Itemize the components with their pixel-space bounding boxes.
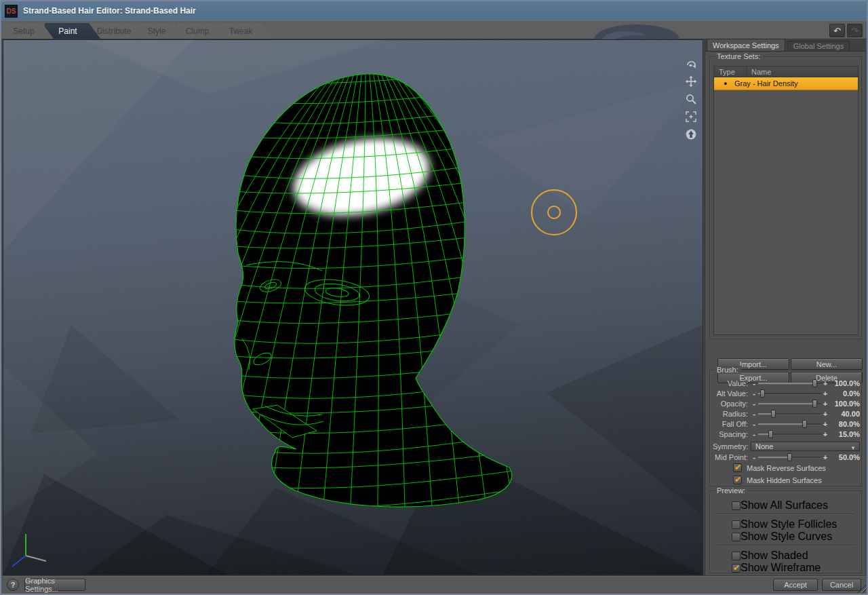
new-button[interactable]: New... <box>791 358 863 370</box>
slider-increment[interactable]: + <box>822 389 829 398</box>
slider-value: Value: - + 100.0% <box>713 379 860 388</box>
redo-icon[interactable]: ↷ <box>847 24 863 37</box>
slider-value-text: 0.0% <box>829 389 860 398</box>
mask-hidden-surfaces-row: ✔ Mask Hidden Surfaces <box>733 476 822 484</box>
slider-handle[interactable] <box>771 410 776 418</box>
mask-hidden-surfaces-checkbox[interactable]: ✔ <box>733 476 742 484</box>
reset-view-icon[interactable] <box>684 128 698 141</box>
tab-workspace-settings[interactable]: Workspace Settings <box>707 39 785 51</box>
undo-icon[interactable]: ↶ <box>829 24 845 37</box>
slider-handle[interactable] <box>812 379 817 387</box>
viewport-3d[interactable] <box>3 39 703 575</box>
tab-global-settings[interactable]: Global Settings <box>787 41 850 51</box>
show-wireframe-row: ✔ Show Wireframe <box>732 562 821 574</box>
graphics-settings-button[interactable]: Graphics Settings... <box>24 579 85 591</box>
slider-handle[interactable] <box>812 400 817 408</box>
slider-increment[interactable]: + <box>822 379 829 387</box>
slider-label: Mid Point: <box>713 453 751 461</box>
slider-label: Fall Off: <box>713 420 751 428</box>
slider-fall-off: Fall Off: - + 80.0% <box>713 419 860 429</box>
slider-increment[interactable]: + <box>822 400 829 408</box>
slider-track[interactable] <box>758 389 821 398</box>
mode-tab-bar: Setup Paint Distribute Style Clump Tweak… <box>1 20 867 39</box>
slider-decrement[interactable]: - <box>751 420 757 428</box>
brush-group: Brush: Value: - + 100.0% Alt Value: - + … <box>709 370 862 486</box>
viewport-canvas[interactable] <box>3 40 703 575</box>
slider-increment[interactable]: + <box>822 420 829 428</box>
tab-tweak[interactable]: Tweak <box>218 23 273 39</box>
slider-decrement[interactable]: - <box>751 453 757 461</box>
slider-label: Value: <box>713 379 751 387</box>
divider <box>717 514 854 514</box>
slider-increment[interactable]: + <box>822 410 829 418</box>
cancel-button[interactable]: Cancel <box>822 579 861 591</box>
slider-track[interactable] <box>758 420 821 428</box>
show-shaded-checkbox[interactable]: ✔ <box>732 552 741 560</box>
zoom-icon[interactable] <box>684 92 698 106</box>
texture-sets-list[interactable]: Type Name ● Gray - Hair Density <box>713 66 859 335</box>
mask-reverse-surfaces-row: ✔ Mask Reverse Surfaces <box>733 463 826 472</box>
slider-mid-point: Mid Point: - + 50.0% <box>713 453 860 462</box>
mode-tabs: Setup Paint Distribute Style Clump Tweak <box>3 23 273 39</box>
daz-swoosh-decoration <box>589 22 685 39</box>
slider-decrement[interactable]: - <box>751 389 757 398</box>
slider-increment[interactable]: + <box>822 453 829 461</box>
show-style-follicles-checkbox[interactable]: ✔ <box>732 520 741 529</box>
frame-view-icon[interactable] <box>684 110 698 123</box>
slider-handle[interactable] <box>760 389 765 398</box>
slider-value-text: 100.0% <box>829 400 860 408</box>
slider-decrement[interactable]: - <box>751 379 757 387</box>
settings-panel: Workspace Settings Global Settings Textu… <box>705 39 865 575</box>
mask-reverse-surfaces-checkbox[interactable]: ✔ <box>733 463 742 472</box>
slider-handle[interactable] <box>768 430 773 438</box>
title-bar: DS Strand-Based Hair Editor: Strand-Base… <box>1 1 867 20</box>
settings-panel-tabs: Workspace Settings Global Settings <box>705 39 865 52</box>
checkbox-label: Show Style Follicles <box>741 518 837 531</box>
show-all-surfaces-checkbox[interactable]: ✔ <box>732 501 741 510</box>
slider-handle[interactable] <box>802 420 807 428</box>
show-all-surfaces-row: ✔ Show All Surfaces <box>732 499 828 512</box>
check-icon: ✔ <box>734 463 741 472</box>
slider-value-text: 50.0% <box>829 453 860 461</box>
slider-value-text: 100.0% <box>829 379 860 387</box>
symmetry-row: Symmetry: None ▼ <box>713 441 860 451</box>
texture-type-bullet-icon: ● <box>724 80 734 87</box>
show-style-curves-checkbox[interactable]: ✔ <box>732 533 741 541</box>
accept-button[interactable]: Accept <box>773 579 818 591</box>
slider-track[interactable] <box>758 410 821 418</box>
show-wireframe-checkbox[interactable]: ✔ <box>732 564 741 573</box>
slider-track[interactable] <box>758 400 821 408</box>
show-style-follicles-row: ✔ Show Style Follicles <box>732 518 837 531</box>
symmetry-label: Symmetry: <box>713 442 751 450</box>
slider-increment[interactable]: + <box>822 430 829 438</box>
app-icon: DS <box>5 5 18 18</box>
slider-value-text: 40.00 <box>829 410 860 418</box>
checkbox-label: Show Shaded <box>741 550 808 562</box>
column-type[interactable]: Type <box>714 66 747 77</box>
slider-track[interactable] <box>758 430 821 438</box>
checkbox-label: Mask Hidden Surfaces <box>747 476 822 484</box>
slider-track[interactable] <box>758 453 821 461</box>
history-buttons: ↶ ↷ <box>829 24 863 37</box>
column-name[interactable]: Name <box>747 66 858 77</box>
slider-radius: Radius: - + 40.00 <box>713 409 860 419</box>
pan-icon[interactable] <box>684 75 698 88</box>
slider-label: Alt Value: <box>713 389 751 398</box>
symmetry-dropdown[interactable]: None ▼ <box>751 442 860 451</box>
slider-handle[interactable] <box>787 453 792 461</box>
preview-group: Preview: ✔ Show All Surfaces ✔ Show Styl… <box>709 491 862 573</box>
slider-opacity: Opacity: - + 100.0% <box>713 399 860 408</box>
help-icon[interactable]: ? <box>7 579 19 591</box>
brush-label: Brush: <box>714 366 741 374</box>
slider-label: Spacing: <box>713 430 751 438</box>
slider-label: Opacity: <box>713 400 751 408</box>
slider-decrement[interactable]: - <box>751 430 757 438</box>
orbit-icon[interactable] <box>684 57 698 71</box>
slider-decrement[interactable]: - <box>751 410 757 418</box>
slider-track[interactable] <box>758 379 821 387</box>
show-shaded-row: ✔ Show Shaded <box>732 550 808 562</box>
texture-set-row-selected[interactable]: ● Gray - Hair Density <box>714 77 858 90</box>
slider-spacing: Spacing: - + 15.0% <box>713 429 860 439</box>
slider-alt-value: Alt Value: - + 0.0% <box>713 389 860 398</box>
slider-decrement[interactable]: - <box>751 400 757 408</box>
